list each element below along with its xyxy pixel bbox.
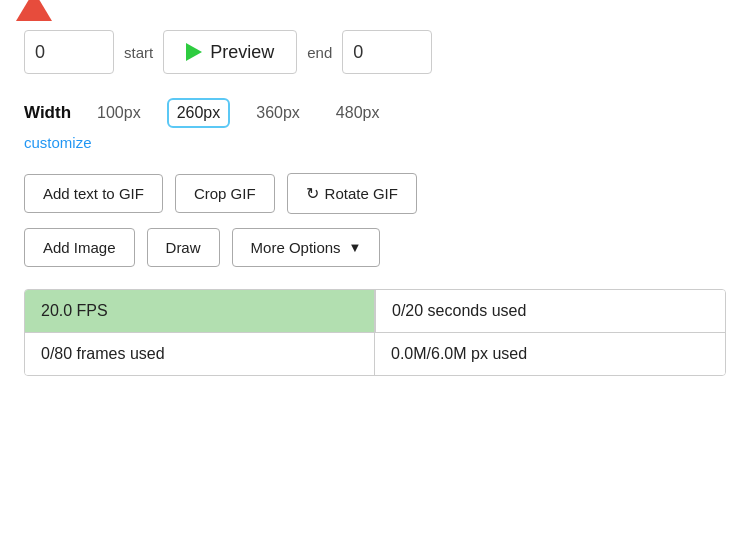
width-option-100[interactable]: 100px [87,98,151,128]
width-option-260[interactable]: 260px [167,98,231,128]
width-option-480[interactable]: 480px [326,98,390,128]
action-row-1: Add text to GIF Crop GIF ↻ Rotate GIF [24,173,726,214]
header [0,0,750,12]
preview-button[interactable]: Preview [163,30,297,74]
rotate-gif-label: Rotate GIF [325,185,398,202]
draw-label: Draw [166,239,201,256]
crop-gif-label: Crop GIF [194,185,256,202]
stats-grid: 20.0 FPS 0/20 seconds used 0/80 frames u… [24,289,726,376]
width-row: Width 100px 260px 360px 480px [24,98,726,128]
start-value-input[interactable] [24,30,114,74]
start-label: start [124,44,153,61]
rotate-gif-button[interactable]: ↻ Rotate GIF [287,173,417,214]
dropdown-arrow-icon: ▼ [349,240,362,255]
add-text-button[interactable]: Add text to GIF [24,174,163,213]
more-options-button[interactable]: More Options ▼ [232,228,381,267]
crop-gif-button[interactable]: Crop GIF [175,174,275,213]
end-value-input[interactable] [342,30,432,74]
end-label: end [307,44,332,61]
fps-cell: 20.0 FPS [25,290,375,333]
play-icon [186,43,202,61]
pixels-cell: 0.0M/6.0M px used [375,333,725,375]
width-option-360[interactable]: 360px [246,98,310,128]
add-image-button[interactable]: Add Image [24,228,135,267]
add-image-label: Add Image [43,239,116,256]
action-row-2: Add Image Draw More Options ▼ [24,228,726,267]
more-options-label: More Options [251,239,341,256]
seconds-cell: 0/20 seconds used [375,290,725,333]
customize-link[interactable]: customize [24,134,726,151]
preview-button-label: Preview [210,42,274,63]
draw-button[interactable]: Draw [147,228,220,267]
preview-row: start Preview end [24,30,726,74]
frames-cell: 0/80 frames used [25,333,375,375]
add-text-label: Add text to GIF [43,185,144,202]
width-label: Width [24,103,71,123]
logo-icon [16,0,52,21]
rotate-icon: ↻ [306,184,319,203]
